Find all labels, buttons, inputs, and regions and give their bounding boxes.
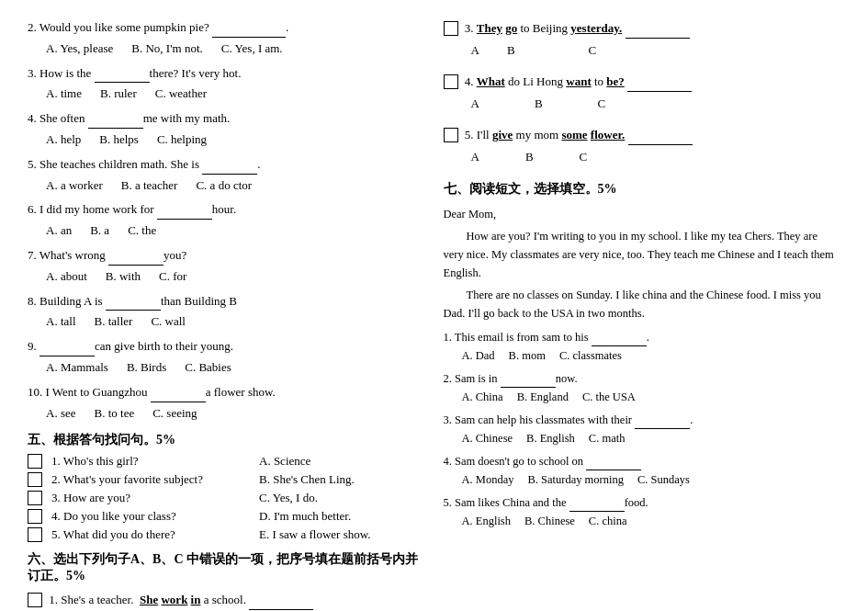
rq4-optB: B. Saturday morning — [527, 470, 624, 489]
err4-be: be? — [606, 74, 625, 88]
q9-optB: B. Birds — [127, 358, 166, 378]
error-q4: 4. What do Li Hong want to be? A B C — [444, 72, 841, 114]
reading-para-2: There are no classes on Sunday. I like c… — [444, 286, 841, 322]
bracket-1 — [28, 454, 42, 469]
reading-q2: 2. Sam is in now. A. China B. England C.… — [444, 369, 841, 406]
page-container: 2. Would you like some pumpkin pie? . A.… — [28, 18, 840, 611]
rq2-optB: B. England — [517, 388, 569, 406]
error-q3: 3. They go to Beijing yesterday. A B C — [444, 18, 841, 61]
q3-optC: C. weather — [155, 85, 207, 104]
err1-in: in — [191, 593, 201, 606]
q7-optB: B. with — [106, 267, 141, 287]
q5-optA: A. a worker — [46, 176, 103, 196]
section-5: 五、根据答句找问句。5% 1. Who's this girl? A. Scie… — [28, 432, 425, 542]
q5-optB: B. a teacher — [121, 176, 178, 196]
err4-bracket — [444, 74, 458, 89]
rq3-optB: B. English — [526, 429, 575, 447]
err1-she: She — [140, 593, 158, 606]
section6-header: 六、选出下列句子A、B、C 中错误的一项，把序号填在题前括号内并订正。5% — [28, 551, 425, 584]
err1-rest: a school. — [204, 593, 246, 606]
q3-num: 3. — [28, 66, 37, 80]
bracket-4 — [28, 509, 42, 524]
bracket-2 — [28, 472, 42, 487]
match4-ans: D. I'm much better. — [259, 509, 351, 524]
rq3-optA: A. Chinese — [462, 429, 513, 447]
err3-they: They — [477, 21, 502, 35]
reading-q5: 5. Sam likes China and the food. A. Engl… — [444, 493, 841, 530]
section5-header: 五、根据答句找问句。5% — [28, 432, 425, 448]
err3-blank — [626, 26, 690, 39]
question-6: 6. I did my home work for hour. A. an B.… — [28, 200, 425, 241]
match3-ans: C. Yes, I do. — [259, 491, 318, 505]
right-column: 3. They go to Beijing yesterday. A B C — [444, 18, 841, 611]
question-10: 10. I Went to Guangzhou a flower show. A… — [28, 383, 425, 424]
err5-blank — [628, 132, 693, 145]
rq3-optC: C. math — [589, 429, 626, 447]
q5-num: 5. — [28, 157, 37, 171]
q6-optB: B. a — [90, 221, 109, 241]
q10-optC: C. seeing — [152, 404, 197, 424]
match-item-2: 2. What's your favorite subject? B. She'… — [28, 472, 425, 487]
rq2-optA: A. China — [462, 388, 503, 406]
reading-q4: 4. Sam doesn't go to school on A. Monday… — [444, 452, 841, 489]
err5-flower: flower. — [591, 128, 625, 141]
q7-options: A. about B. with C. for — [28, 267, 425, 287]
q2-optA: A. Yes, please — [46, 40, 113, 59]
match-item-4: 4. Do you like your class? D. I'm much b… — [28, 509, 425, 524]
q2-text: Would you like some pumpkin pie? . — [39, 20, 288, 34]
bracket-5 — [28, 527, 42, 542]
err5-abc: A B C — [444, 147, 841, 167]
reading-q1: 1. This email is from sam to his . A. Da… — [444, 328, 841, 365]
rq1-optB: B. mom — [509, 346, 546, 365]
err4-abc: A B C — [444, 94, 841, 114]
err1-num: 1. She's a teacher. — [49, 593, 136, 606]
err4-blank — [627, 79, 692, 92]
match-item-3: 3. How are you? C. Yes, I do. — [28, 491, 425, 505]
q6-options: A. an B. a C. the — [28, 221, 425, 241]
q5-options: A. a worker B. a teacher C. a do ctor — [28, 176, 425, 196]
rq2-options: A. China B. England C. the USA — [444, 388, 841, 406]
rq5-optB: B. Chinese — [524, 512, 575, 530]
q7-optC: C. for — [159, 267, 186, 287]
reading-title-dear: Dear Mom, — [444, 205, 841, 223]
error-questions-right: 3. They go to Beijing yesterday. A B C — [444, 18, 841, 168]
left-column: 2. Would you like some pumpkin pie? . A.… — [28, 18, 425, 611]
err3-sp2: to Beijing — [520, 21, 570, 35]
match1-text: 1. Who's this girl? — [51, 454, 254, 469]
q8-num: 8. — [28, 294, 37, 308]
question-5: 5. She teaches children math. She is . A… — [28, 155, 425, 196]
q8-optB: B. taller — [95, 312, 133, 332]
err1-blank — [249, 597, 313, 610]
q8-optA: A. tall — [46, 312, 76, 332]
q2-optC: C. Yes, I am. — [221, 40, 283, 59]
match3-text: 3. How are you? — [51, 491, 254, 505]
q4-options: A. help B. helps C. helping — [28, 130, 425, 150]
reading-q3: 3. Sam can help his classmates with thei… — [444, 411, 841, 447]
question-4: 4. She often me with my math. A. help B.… — [28, 109, 425, 150]
err5-some: some — [561, 128, 587, 141]
q8-options: A. tall B. taller C. wall — [28, 312, 425, 332]
err3-abc: A B C — [444, 40, 841, 61]
q3-options: A. time B. ruler C. weather — [28, 85, 425, 104]
rq5-options: A. English B. Chinese C. china — [444, 512, 841, 530]
err1-bracket — [28, 593, 42, 607]
q9-options: A. Mammals B. Birds C. Babies — [28, 358, 425, 378]
section-7: 七、阅读短文，选择填空。5% Dear Mom, How are you? I'… — [444, 179, 841, 530]
err4-sp1: do Li Hong — [508, 74, 566, 88]
rq4-optA: A. Monday — [462, 470, 514, 489]
q10-optB: B. to tee — [95, 404, 135, 424]
err3-num: 3. — [465, 21, 477, 35]
q9-num: 9. — [28, 339, 37, 353]
q4-optC: C. helping — [157, 130, 207, 150]
err4-sp2: to — [594, 74, 606, 88]
q7-optA: A. about — [46, 267, 87, 287]
q2-options: A. Yes, please B. No, I'm not. C. Yes, I… — [28, 40, 425, 59]
q5-text: She teaches children math. She is . — [39, 157, 261, 171]
match-item-1: 1. Who's this girl? A. Science — [28, 454, 425, 469]
question-3: 3. How is the there? It's very hot. A. t… — [28, 64, 425, 105]
err3-go: go — [505, 21, 517, 35]
match5-text: 5. What did you do there? — [51, 527, 254, 542]
q2-num: 2. — [28, 20, 37, 34]
q7-num: 7. — [28, 248, 37, 262]
q4-num: 4. — [28, 111, 37, 125]
